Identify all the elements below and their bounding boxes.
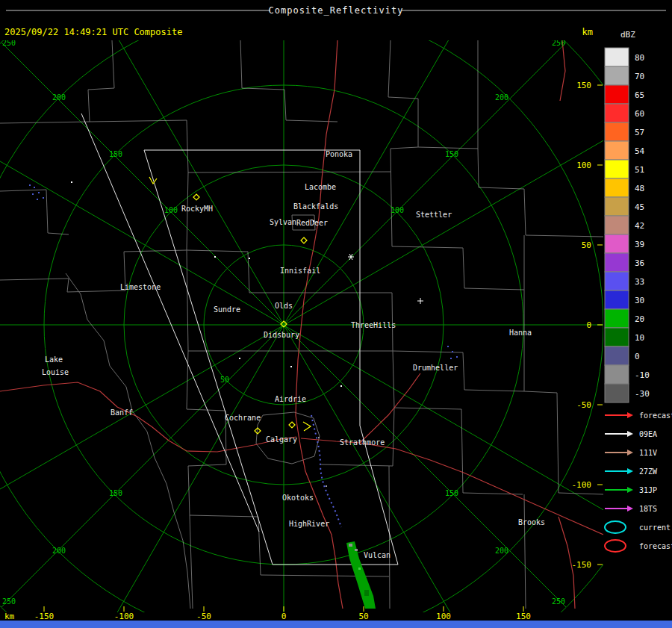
bottom-axis-label: 50: [358, 612, 368, 621]
city-label: Louise: [42, 368, 69, 376]
city-label: Strathmore: [340, 438, 385, 447]
color-swatch[interactable]: [605, 66, 629, 85]
color-swatch[interactable]: [605, 141, 629, 160]
city-label: Brooks: [518, 518, 545, 526]
ring-label: 150: [445, 489, 458, 497]
ring-label: 150: [109, 489, 122, 497]
color-swatch[interactable]: [605, 309, 629, 328]
city-label: RedDeer: [296, 219, 328, 227]
app-background: [0, 0, 672, 628]
city-label: Lake: [45, 355, 63, 364]
city-label: Innisfail: [280, 267, 320, 275]
city-label: Banff: [111, 408, 133, 417]
scale-value: 36: [635, 258, 644, 268]
color-swatch[interactable]: [605, 272, 629, 290]
track-label: 18TS: [639, 505, 657, 513]
color-swatch[interactable]: [605, 365, 629, 384]
scale-value: 80: [635, 53, 644, 63]
bottom-axis-label: -150: [34, 612, 55, 621]
scale-value: -10: [635, 370, 650, 380]
bottom-axis-label: 0: [281, 612, 287, 621]
color-swatch[interactable]: [605, 328, 629, 346]
color-swatch[interactable]: [605, 104, 629, 122]
color-swatch[interactable]: [605, 253, 629, 272]
color-swatch[interactable]: [605, 178, 629, 197]
bottom-axis-label: 100: [436, 612, 451, 621]
city-label: Vulcan: [364, 551, 391, 559]
color-swatch[interactable]: [605, 48, 629, 66]
city-label: ThreeHills: [351, 321, 396, 329]
scale-value: 39: [635, 240, 644, 249]
ellipse-label: forecast: [639, 542, 672, 550]
ring-label: 250: [2, 597, 16, 606]
ring-label: 200: [52, 93, 66, 102]
city-label: Olds: [275, 302, 293, 310]
right-axis-label: 0: [586, 320, 591, 330]
right-axis-label: -100: [572, 480, 592, 490]
scale-value: 54: [635, 146, 645, 156]
ring-label: 100: [164, 206, 178, 214]
city-label: Okotoks: [282, 494, 314, 502]
ring-label: 150: [445, 150, 458, 158]
ellipse-label: current: [639, 523, 671, 532]
track-label: forecast: [639, 411, 672, 420]
track-label: 27ZW: [639, 467, 658, 476]
track-label: 09EA: [639, 430, 657, 438]
color-swatch[interactable]: [605, 85, 629, 104]
scale-value: 57: [635, 128, 644, 137]
km-unit-top-right: km: [582, 27, 593, 37]
city-label: Drumheller: [413, 364, 458, 372]
scale-value: 42: [635, 221, 644, 231]
ring-label: 250: [552, 597, 565, 606]
scale-value: 48: [635, 184, 644, 193]
city-label: Sylvan: [270, 218, 296, 226]
color-swatch[interactable]: [605, 160, 629, 178]
timestamp-label: 2025/09/22 14:49:21 UTC Composite: [4, 27, 182, 37]
color-swatch[interactable]: [605, 346, 629, 365]
scale-value: 33: [635, 277, 644, 287]
radar-app-window: Composite_Reflectivity 2025/09/22 14:49:…: [0, 0, 672, 628]
city-label: Lacombe: [305, 183, 336, 191]
city-label: Didsbury: [264, 331, 299, 339]
ring-label: 200: [495, 547, 508, 555]
scale-value: 10: [635, 333, 644, 343]
ring-label: 50: [220, 376, 229, 384]
scale-value: 70: [635, 72, 644, 81]
color-swatch[interactable]: [605, 197, 629, 216]
ring-label: 200: [52, 547, 66, 555]
color-scale-title: dBZ: [620, 30, 635, 40]
city-label: Calgary: [266, 435, 297, 444]
city-label: HighRiver: [289, 520, 329, 528]
color-swatch[interactable]: [605, 234, 629, 253]
track-label: 111V: [639, 449, 657, 457]
bottom-scrollbar[interactable]: [0, 621, 672, 628]
city-label: Stettler: [416, 211, 452, 219]
color-swatch[interactable]: [605, 384, 629, 402]
color-swatch[interactable]: [605, 216, 629, 234]
right-axis-label: 150: [576, 81, 591, 90]
window-title: Composite_Reflectivity: [269, 5, 404, 16]
scale-value: 45: [635, 202, 644, 212]
city-label: Sundre: [214, 305, 240, 314]
scale-value: 60: [635, 109, 644, 119]
right-axis-label: -50: [576, 400, 591, 410]
bottom-axis-label: -50: [196, 612, 211, 621]
city-label: Ponoka: [326, 150, 352, 158]
ring-label: 200: [495, 93, 508, 102]
city-label: Airdrie: [275, 395, 306, 403]
km-unit-bottom-left: km: [4, 612, 15, 621]
right-axis-label: -150: [572, 560, 592, 570]
track-label: 31JP: [639, 486, 657, 494]
city-label: Blackfalds: [293, 202, 338, 211]
scale-value: 30: [635, 296, 644, 305]
scale-value: 51: [635, 165, 644, 175]
city-label: RockyMH: [181, 205, 213, 213]
city-label: Hanna: [509, 329, 532, 337]
right-axis-label: 100: [576, 161, 591, 170]
color-swatch[interactable]: [605, 290, 629, 309]
scale-value: 20: [635, 314, 644, 324]
color-swatch[interactable]: [605, 122, 629, 141]
right-axis-label: 50: [582, 240, 591, 250]
scale-value: -30: [635, 389, 650, 399]
bottom-axis-label: 150: [516, 612, 531, 621]
